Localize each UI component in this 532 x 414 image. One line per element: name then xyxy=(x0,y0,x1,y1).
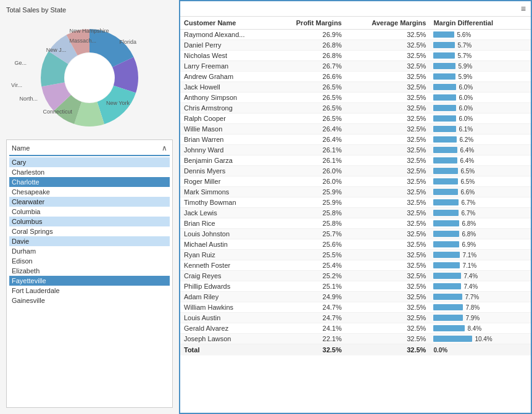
margin-diff-cell: 5.9% xyxy=(430,61,531,72)
table-row[interactable]: Mark Simmons25.9%32.5%6.6% xyxy=(180,187,531,197)
margin-diff-cell: 6.0% xyxy=(430,82,531,93)
table-row[interactable]: Benjamin Garza26.1%32.5%6.4% xyxy=(180,155,531,166)
customer-name-cell: Craig Reyes xyxy=(180,271,273,281)
table-row[interactable]: Brian Warren26.4%32.5%6.2% xyxy=(180,135,531,145)
table-row[interactable]: Willie Mason26.4%32.5%6.1% xyxy=(180,124,531,135)
list-item[interactable]: Charleston xyxy=(9,167,170,177)
avg-margin-cell: 32.5% xyxy=(346,135,430,145)
table-row[interactable]: Jack Lewis25.8%32.5%6.7% xyxy=(180,208,531,218)
customer-name-cell: Johnny Ward xyxy=(180,145,273,155)
list-item[interactable]: Clearwater xyxy=(9,197,170,207)
table-row[interactable]: Larry Freeman26.7%32.5%5.9% xyxy=(180,61,531,72)
margin-diff-cell: 7.4% xyxy=(430,281,531,292)
margin-diff-cell: 6.0% xyxy=(430,103,531,114)
list-item[interactable]: Coral Springs xyxy=(9,226,170,236)
list-item[interactable]: Durham xyxy=(9,246,170,256)
table-row[interactable]: Anthony Simpson26.5%32.5%6.0% xyxy=(180,93,531,103)
list-item[interactable]: Cary xyxy=(9,157,170,167)
svg-point-9 xyxy=(65,53,114,102)
margin-diff-cell: 7.1% xyxy=(430,260,531,271)
avg-margin-cell: 32.5% xyxy=(346,313,430,323)
margin-diff-cell: 6.1% xyxy=(430,124,531,135)
hamburger-icon[interactable]: ≡ xyxy=(521,4,526,14)
margin-diff-cell: 6.7% xyxy=(430,197,531,208)
list-item[interactable]: Fort Lauderdale xyxy=(9,286,170,296)
table-row[interactable]: Louis Austin24.7%32.5%7.9% xyxy=(180,313,531,323)
list-item[interactable]: Fayetteville xyxy=(9,276,170,286)
margin-diff-cell: 6.6% xyxy=(430,187,531,197)
col-average-margins[interactable]: Average Margins xyxy=(346,17,430,30)
profit-margin-cell: 26.9% xyxy=(273,30,346,40)
table-row[interactable]: Brian Rice25.8%32.5%6.8% xyxy=(180,218,531,229)
list-item[interactable]: Gainesville xyxy=(9,296,170,305)
donut-chart: New Hampshire Massach... New J... Florid… xyxy=(6,22,173,133)
table-row[interactable]: Chris Armstrong26.5%32.5%6.0% xyxy=(180,103,531,114)
profit-margin-cell: 26.5% xyxy=(273,103,346,114)
col-profit-margins[interactable]: Profit Margins xyxy=(273,17,346,30)
left-panel: Total Sales by State New Hampshire Massa… xyxy=(0,0,179,414)
table-row[interactable]: Jack Howell26.5%32.5%6.0% xyxy=(180,82,531,93)
avg-margin-cell: 32.5% xyxy=(346,323,430,334)
table-row[interactable]: Andrew Graham26.6%32.5%5.9% xyxy=(180,72,531,82)
customer-name-cell: Louis Austin xyxy=(180,313,273,323)
table-row[interactable]: Timothy Bowman25.9%32.5%6.7% xyxy=(180,197,531,208)
avg-margin-cell: 32.5% xyxy=(346,197,430,208)
profit-margin-cell: 25.5% xyxy=(273,250,346,260)
table-row[interactable]: Craig Reyes25.2%32.5%7.4% xyxy=(180,271,531,281)
margin-diff-cell: 5.9% xyxy=(430,72,531,82)
avg-margin-cell: 32.5% xyxy=(346,30,430,40)
list-item[interactable]: Edison xyxy=(9,256,170,266)
donut-label-ge: Ge... xyxy=(15,60,27,66)
table-row[interactable]: Gerald Alvarez24.1%32.5%8.4% xyxy=(180,323,531,334)
table-row[interactable]: Dennis Myers26.0%32.5%6.5% xyxy=(180,166,531,176)
list-item[interactable]: Elizabeth xyxy=(9,266,170,276)
profit-margin-cell: 26.8% xyxy=(273,40,346,51)
customer-name-cell: Willie Mason xyxy=(180,124,273,135)
list-item[interactable]: Charlotte xyxy=(9,177,170,187)
city-list-header: Name ∧ xyxy=(9,143,170,156)
profit-margin-cell: 25.8% xyxy=(273,208,346,218)
city-list-scroll[interactable]: CaryCharlestonCharlotteChesapeakeClearwa… xyxy=(9,157,170,330)
list-item[interactable]: Chesapeake xyxy=(9,187,170,197)
footer-label: Total xyxy=(180,344,273,356)
list-item[interactable]: Columbus xyxy=(9,217,170,226)
table-row[interactable]: Nicholas West26.8%32.5%5.7% xyxy=(180,51,531,61)
customer-name-cell: Andrew Graham xyxy=(180,72,273,82)
profit-margin-cell: 25.9% xyxy=(273,197,346,208)
list-item[interactable]: Columbia xyxy=(9,207,170,217)
table-row[interactable]: Kenneth Foster25.4%32.5%7.1% xyxy=(180,260,531,271)
avg-margin-cell: 32.5% xyxy=(346,72,430,82)
customer-name-cell: Adam Riley xyxy=(180,292,273,302)
table-footer: Total32.5%32.5%0.0% xyxy=(180,344,531,356)
avg-margin-cell: 32.5% xyxy=(346,292,430,302)
table-row[interactable]: Michael Austin25.6%32.5%6.9% xyxy=(180,239,531,250)
avg-margin-cell: 32.5% xyxy=(346,155,430,166)
profit-margin-cell: 26.5% xyxy=(273,93,346,103)
customer-name-cell: Benjamin Garza xyxy=(180,155,273,166)
table-wrapper[interactable]: Customer Name Profit Margins Average Mar… xyxy=(180,17,531,413)
avg-margin-cell: 32.5% xyxy=(346,176,430,187)
table-row[interactable]: Louis Johnston25.7%32.5%6.8% xyxy=(180,229,531,239)
table-row[interactable]: Daniel Perry26.8%32.5%5.7% xyxy=(180,40,531,51)
sort-icon[interactable]: ∧ xyxy=(162,144,167,152)
table-row[interactable]: Raymond Alexand...26.9%32.5%5.6% xyxy=(180,30,531,40)
col-margin-differential[interactable]: Margin Differential xyxy=(430,17,531,30)
avg-margin-cell: 32.5% xyxy=(346,239,430,250)
customer-name-cell: Brian Rice xyxy=(180,218,273,229)
table-row[interactable]: Ralph Cooper26.5%32.5%6.0% xyxy=(180,114,531,124)
table-row[interactable]: Phillip Edwards25.1%32.5%7.4% xyxy=(180,281,531,292)
list-item[interactable]: Davie xyxy=(9,236,170,246)
table-row[interactable]: Johnny Ward26.1%32.5%6.4% xyxy=(180,145,531,155)
margin-diff-cell: 7.1% xyxy=(430,250,531,260)
margin-diff-cell: 7.9% xyxy=(430,313,531,323)
footer-profit: 32.5% xyxy=(273,344,346,356)
profit-margin-cell: 26.5% xyxy=(273,82,346,93)
table-row[interactable]: Ryan Ruiz25.5%32.5%7.1% xyxy=(180,250,531,260)
table-row[interactable]: Roger Miller26.0%32.5%6.5% xyxy=(180,176,531,187)
table-row[interactable]: Joseph Lawson22.1%32.5%10.4% xyxy=(180,334,531,344)
table-row[interactable]: Adam Riley24.9%32.5%7.7% xyxy=(180,292,531,302)
col-customer-name[interactable]: Customer Name xyxy=(180,17,273,30)
customer-name-cell: Nicholas West xyxy=(180,51,273,61)
margin-diff-cell: 5.6% xyxy=(430,30,531,40)
table-row[interactable]: William Hawkins24.7%32.5%7.8% xyxy=(180,302,531,313)
